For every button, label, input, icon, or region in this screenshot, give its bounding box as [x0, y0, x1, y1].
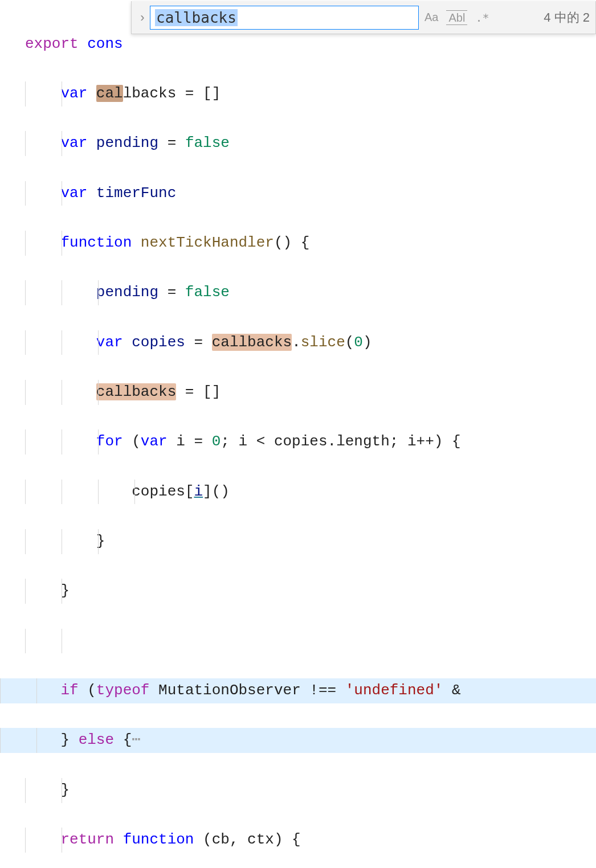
code-line: var copies = callbacks.slice(0) [25, 330, 596, 355]
code-line: for (var i = 0; i < copies.length; i++) … [25, 429, 596, 455]
search-input[interactable]: callbacks [150, 6, 419, 30]
code-line: var callbacks = [] [25, 81, 596, 107]
code-line: copies[i]() [25, 480, 596, 505]
search-query-text: callbacks [155, 9, 238, 26]
find-widget: › callbacks Aa Abl .* 4 中的 2 [131, 1, 596, 34]
match-count: 4 中的 2 [537, 9, 590, 26]
regex-toggle[interactable]: .* [473, 10, 491, 26]
ellipsis-icon[interactable]: ⋯ [132, 731, 141, 748]
match-case-toggle[interactable]: Aa [422, 10, 440, 25]
code-editor[interactable]: export cons var callbacks = [] var pendi… [0, 0, 596, 868]
code-line: pending = false [25, 280, 596, 305]
folded-code-line: › } else {⋯ [0, 728, 596, 753]
code-line: var timerFunc [25, 181, 596, 206]
code-line: } [25, 529, 596, 554]
code-line: callbacks = [] [25, 380, 596, 405]
code-line: export cons [25, 32, 596, 57]
search-options: Aa Abl .* [422, 10, 491, 26]
code-line [25, 629, 596, 654]
expand-replace-chevron[interactable]: › [135, 10, 150, 25]
code-line: var pending = false [25, 131, 596, 156]
folded-code-line: › if (typeof MutationObserver !== 'undef… [0, 678, 596, 703]
code-line: function nextTickHandler() { [25, 231, 596, 256]
code-line: } [25, 579, 596, 604]
whole-word-toggle[interactable]: Abl [446, 10, 467, 25]
code-line: } [25, 778, 596, 803]
code-line: return function (cb, ctx) { [25, 828, 596, 853]
